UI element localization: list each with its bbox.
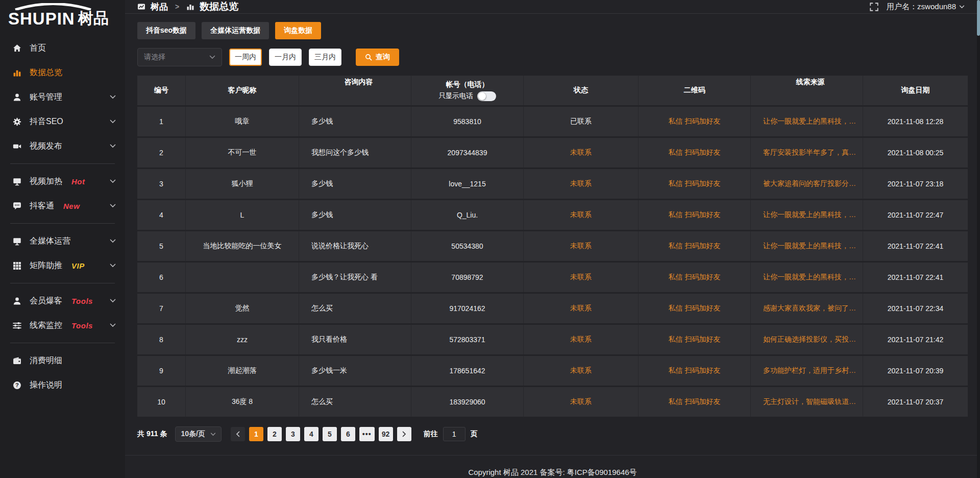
source-link[interactable]: 如何正确选择投影仪，买投影... (763, 335, 857, 344)
filter-select[interactable]: 请选择 (137, 48, 222, 66)
page-button-1[interactable]: 1 (249, 427, 263, 441)
scrollbar-thumb[interactable] (977, 0, 980, 36)
source-link[interactable]: 让你一眼就爱上的黑科技，能... (763, 210, 857, 220)
qrcode-link[interactable]: 私信 扫码加好友 (669, 397, 721, 407)
search-button-label: 查询 (376, 53, 390, 62)
brand-logo: SHUPIN 树品 (0, 0, 125, 32)
qrcode-link[interactable]: 私信 扫码加好友 (669, 304, 721, 313)
phone-only-toggle[interactable] (477, 91, 496, 101)
account-cell: 183929060 (411, 387, 524, 417)
time-filter-quarter[interactable]: 三月内 (309, 49, 341, 66)
col-header-qrcode: 二维码 (639, 76, 751, 105)
chevron-down-icon (110, 239, 116, 243)
nickname-cell: 哦章 (186, 107, 299, 136)
sidebar-divider (10, 343, 115, 343)
more-pages-button[interactable]: ••• (359, 427, 375, 441)
qrcode-link[interactable]: 私信 扫码加好友 (669, 335, 721, 344)
id-cell: 9 (137, 356, 186, 386)
table-row: 7 觉然 怎么买 917024162 未联系 私信 扫码加好友 感谢大家喜欢我家… (137, 294, 968, 325)
goto-page-input[interactable] (443, 427, 465, 441)
page-button-92[interactable]: 92 (379, 427, 393, 441)
tab-inquiry-data[interactable]: 询盘数据 (275, 22, 321, 39)
scrollbar-track[interactable] (977, 0, 980, 478)
status-cell: 未联系 (524, 169, 639, 199)
goto-label: 前往 (424, 429, 438, 439)
page-button-2[interactable]: 2 (267, 427, 282, 441)
sidebar-item-label: 视频发布 (30, 141, 62, 152)
date-cell: 2021-11-07 21:42 (863, 325, 968, 354)
qrcode-link[interactable]: 私信 扫码加好友 (669, 242, 721, 251)
select-placeholder: 请选择 (144, 53, 165, 62)
sidebar-item-label: 矩阵助推 (30, 260, 62, 271)
sidebar-item-label: 数据总览 (30, 67, 62, 78)
next-page-button[interactable] (397, 427, 411, 441)
col-header-nickname: 客户昵称 (186, 76, 299, 105)
source-link[interactable]: 被大家追着问的客厅投影分享... (763, 179, 857, 188)
qrcode-link[interactable]: 私信 扫码加好友 (669, 117, 721, 126)
monitor-icon (12, 236, 21, 246)
source-link[interactable]: 感谢大家喜欢我家，被问了好... (763, 304, 857, 313)
table-row: 3 狐小狸 多少钱 love__1215 未联系 私信 扫码加好友 被大家追着问… (137, 169, 968, 200)
sidebar-item-home[interactable]: 首页 (0, 36, 125, 60)
id-cell: 8 (137, 325, 186, 354)
question-circle-icon: ? (12, 380, 21, 390)
sidebar-item-spend-detail[interactable]: 消费明细 (0, 348, 125, 373)
page-size-select[interactable]: 10条/页 (175, 426, 221, 442)
phone-toggle-label: 只显示电话 (438, 91, 473, 101)
user-menu[interactable]: 用户名：zswodun88 (887, 2, 965, 12)
status-cell: 未联系 (524, 356, 639, 386)
page-button-4[interactable]: 4 (304, 427, 318, 441)
sidebar-item-video-publish[interactable]: 视频发布 (0, 134, 125, 158)
account-cell: 9583810 (411, 107, 524, 136)
source-link[interactable]: 让你一眼就爱上的黑科技，能... (763, 242, 857, 251)
account-cell: 2097344839 (411, 138, 524, 168)
fullscreen-icon[interactable] (870, 3, 878, 11)
sidebar-item-member-burst[interactable]: 会员爆客 Tools (0, 289, 125, 313)
time-filter-month[interactable]: 一月内 (269, 49, 302, 66)
search-button[interactable]: 查询 (356, 49, 399, 66)
prev-page-button[interactable] (231, 427, 245, 441)
breadcrumb-root[interactable]: 树品 (151, 1, 168, 13)
page-button-6[interactable]: 6 (341, 427, 355, 441)
sidebar-item-doukettong[interactable]: 抖客通 New (0, 194, 125, 218)
date-cell: 2021-11-07 20:39 (863, 356, 968, 386)
content-cell: 怎么买 (299, 387, 411, 417)
sidebar-item-matrix-boost[interactable]: 矩阵助推 VIP (0, 253, 125, 278)
tab-douyin-seo-data[interactable]: 抖音seo数据 (137, 22, 195, 39)
app-window: SHUPIN 树品 首页 数据总览 账号管理 抖音SEO (0, 0, 980, 478)
source-link[interactable]: 无主灯设计，智能磁吸轨道灯... (763, 397, 857, 407)
bar-chart-icon (186, 3, 194, 11)
qrcode-link[interactable]: 私信 扫码加好友 (669, 179, 721, 188)
qrcode-link[interactable]: 私信 扫码加好友 (669, 273, 721, 282)
sidebar-item-data-overview[interactable]: 数据总览 (0, 60, 125, 85)
page-button-5[interactable]: 5 (323, 427, 337, 441)
source-link[interactable]: 让你一眼就爱上的黑科技，能... (763, 273, 857, 282)
chevron-down-icon (209, 55, 215, 59)
chat-bubble-icon (12, 201, 21, 210)
search-icon (365, 54, 372, 61)
col-header-id: 编号 (137, 76, 186, 105)
sidebar-item-lead-monitor[interactable]: 线索监控 Tools (0, 313, 125, 338)
qrcode-link[interactable]: 私信 扫码加好友 (669, 366, 721, 375)
page-size-label: 10条/页 (181, 429, 205, 439)
sidebar-item-label: 首页 (30, 43, 46, 54)
page-button-3[interactable]: 3 (286, 427, 300, 441)
sidebar-item-douyin-seo[interactable]: 抖音SEO (0, 109, 125, 134)
sidebar-item-video-heat[interactable]: 视频加热 Hot (0, 169, 125, 194)
page-title: 数据总览 (200, 0, 238, 13)
source-link[interactable]: 多功能护栏灯，适用于乡村文... (763, 366, 857, 375)
chevron-down-icon (110, 179, 116, 183)
tab-omni-media-data[interactable]: 全媒体运营数据 (202, 22, 269, 39)
table-row: 5 当地比较能吃的一位美女 说说价格让我死心 50534380 未联系 私信 扫… (137, 231, 968, 262)
qrcode-link[interactable]: 私信 扫码加好友 (669, 210, 721, 220)
vip-badge: VIP (71, 261, 85, 270)
sidebar-item-omni-media[interactable]: 全媒体运营 (0, 229, 125, 253)
source-link[interactable]: 让你一眼就爱上的黑科技，能... (763, 117, 857, 126)
source-link[interactable]: 客厅安装投影半年多了，真实... (763, 148, 857, 157)
sidebar-item-help[interactable]: ? 操作说明 (0, 373, 125, 397)
time-filter-week[interactable]: 一周内 (229, 49, 262, 66)
qrcode-link[interactable]: 私信 扫码加好友 (669, 148, 721, 157)
sidebar-item-label: 线索监控 (30, 320, 62, 331)
sidebar-item-account-mgmt[interactable]: 账号管理 (0, 85, 125, 109)
home-icon (12, 43, 21, 53)
